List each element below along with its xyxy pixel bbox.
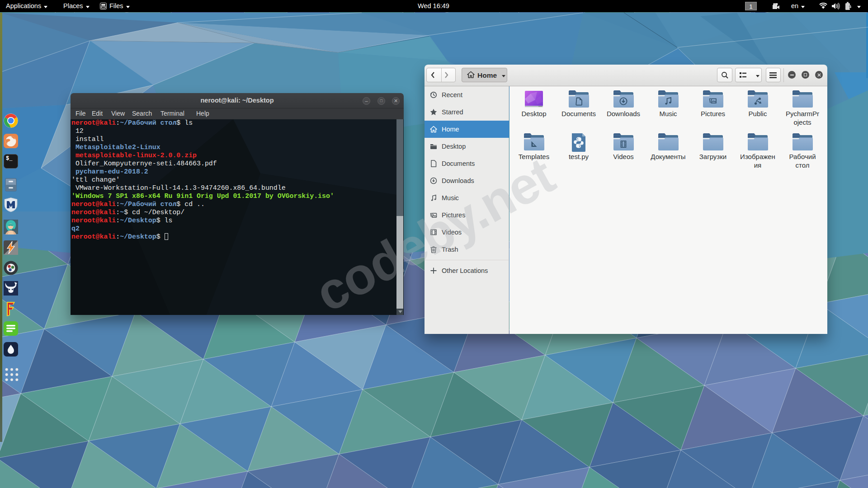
svg-text:$_: $_ <box>6 155 13 162</box>
